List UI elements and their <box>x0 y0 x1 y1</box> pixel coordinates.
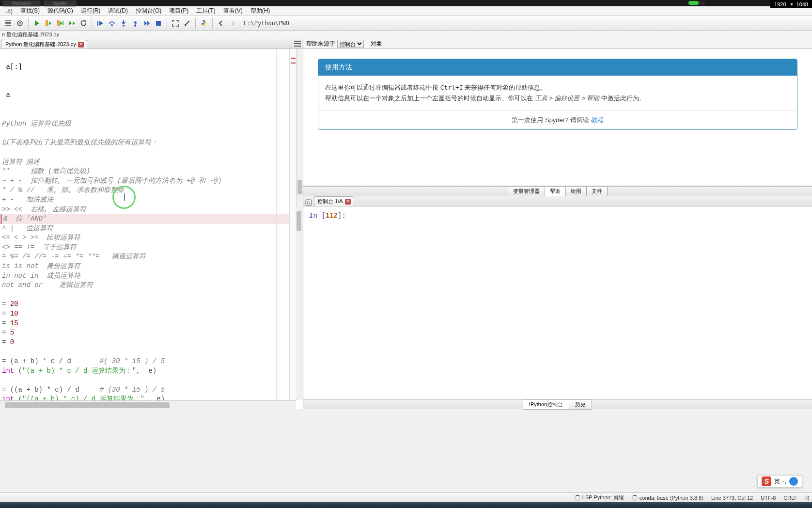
forward-icon[interactable] <box>227 18 238 29</box>
help-body: 使用方法 在这里你可以通过在编辑器或者终端中按 Ctrl+I 来获得任何对象的帮… <box>303 49 812 186</box>
continue-icon[interactable] <box>141 18 152 29</box>
editor-tab-label: Python 量化编程基础-2023.py <box>5 41 76 48</box>
svg-rect-3 <box>57 20 60 26</box>
menu-help[interactable]: 帮助(H) <box>247 7 274 15</box>
main-toolbar: E:\Python\PWD <box>0 16 812 31</box>
menu-fragment: .8) <box>2 8 16 15</box>
step-into-icon[interactable] <box>118 18 129 29</box>
menu-debug[interactable]: 调试(D) <box>104 7 132 15</box>
blurred-titlebar-item: PyCharm <box>3 0 41 6</box>
run-cell-advance-icon[interactable] <box>55 18 65 29</box>
tab-plot[interactable]: 绘图 <box>565 186 587 196</box>
svg-point-8 <box>134 25 136 27</box>
console-vertical-scrollbar[interactable] <box>296 206 302 399</box>
status-position: Line 3773, Col 12 <box>711 495 753 501</box>
menu-console[interactable]: 控制台(O) <box>132 7 165 15</box>
console-bottom-tabs: IPython控制台 历史 <box>303 399 812 409</box>
ime-punct: ·, <box>783 478 786 485</box>
help-source-label: 帮助来源于 <box>306 40 335 48</box>
menu-run[interactable]: 运行(R) <box>77 7 105 15</box>
menu-view[interactable]: 查看(V) <box>219 7 247 15</box>
tab-variables[interactable]: 变量管理器 <box>508 186 545 196</box>
editor-tabs-bar: Python 量化编程基础-2023.py ✕ <box>0 39 303 49</box>
status-bar: LSP Python: 就绪 conda: base (Python 3.8.8… <box>0 492 812 502</box>
status-eol: CRLF <box>783 495 797 501</box>
menu-tools[interactable]: 工具(T) <box>192 7 219 15</box>
console-tabs-bar: 控制台 1/A ✕ <box>303 196 812 206</box>
editor-breadcrumb: n 量化编程基础-2023.py <box>0 31 812 39</box>
tutorial-link[interactable]: 教程 <box>591 116 604 124</box>
blurred-titlebar-item: Spyder <box>44 0 77 6</box>
windows-taskbar[interactable] <box>0 502 812 508</box>
menu-project[interactable]: 项目(P) <box>165 7 192 15</box>
help-box-title: 使用方法 <box>318 59 797 76</box>
status-conda[interactable]: conda: base (Python 3.8.8) <box>632 495 703 501</box>
ime-lang: 英 <box>774 477 780 486</box>
tab-help[interactable]: 帮助 <box>545 186 566 196</box>
editor-tab-active[interactable]: Python 量化编程基础-2023.py ✕ <box>1 40 87 48</box>
console-icon <box>305 199 312 206</box>
stop-icon[interactable] <box>153 18 164 29</box>
editor-horizontal-scrollbar[interactable] <box>0 400 296 409</box>
code-editor[interactable]: a[:] a Python 运算符优先级 以下表格列出了从最高到最低优先级的所有… <box>0 49 303 409</box>
help-source-dropdown[interactable]: 控制台 <box>337 40 364 48</box>
help-bottom-tabs: 变量管理器 帮助 绘图 文件 <box>303 186 812 196</box>
help-footer: 第一次使用 Spyder? 请阅读 教程 <box>318 111 797 129</box>
menu-source[interactable]: 源代码(C) <box>44 7 77 15</box>
tab-file[interactable]: 文件 <box>586 186 608 196</box>
spinner-icon <box>632 495 638 501</box>
svg-rect-4 <box>62 21 63 25</box>
close-icon[interactable]: ✕ <box>345 199 351 205</box>
recording-progress <box>688 1 705 5</box>
settings-icon[interactable] <box>182 18 192 29</box>
svg-point-7 <box>123 25 125 27</box>
debug-start-icon[interactable] <box>95 18 106 29</box>
tab-ipython[interactable]: IPython控制台 <box>523 399 569 410</box>
editor-marker-margin <box>289 49 296 400</box>
ime-indicator[interactable]: S 英 ·, <box>757 475 802 488</box>
svg-point-0 <box>17 21 22 26</box>
run-cell-icon[interactable] <box>43 18 54 29</box>
svg-rect-10 <box>306 200 312 206</box>
console-tab-active[interactable]: 控制台 1/A ✕ <box>314 196 354 206</box>
svg-rect-5 <box>97 21 98 26</box>
python-icon[interactable] <box>199 18 209 29</box>
working-dir-path: E:\Python\PWD <box>244 20 289 27</box>
svg-point-1 <box>19 22 21 24</box>
spinner-icon <box>575 495 580 501</box>
list-icon[interactable] <box>3 18 14 29</box>
tab-history[interactable]: 历史 <box>569 399 592 410</box>
editor-panel: Python 量化编程基础-2023.py ✕ a[:] a Python 运算… <box>0 39 303 409</box>
step-over-icon[interactable] <box>107 18 117 29</box>
hamburger-icon[interactable] <box>294 41 301 47</box>
status-encoding: UTF-8 <box>761 495 776 501</box>
run-selection-icon[interactable] <box>66 18 77 29</box>
status-rw: R <box>805 495 809 501</box>
sogou-icon: S <box>762 476 771 486</box>
refresh-icon[interactable] <box>78 18 89 29</box>
run-icon[interactable] <box>31 18 42 29</box>
system-top-bar: PyCharm Spyder 1920 ⚭ 1048 <box>0 0 812 6</box>
ipython-console[interactable]: In [112]: <box>303 206 812 399</box>
link-icon: ⚭ <box>787 0 795 8</box>
right-panel: 帮助来源于 控制台 对象 使用方法 在这里你可以通过在编辑器或者终端中按 Ctr… <box>303 39 812 409</box>
help-header-bar: 帮助来源于 控制台 对象 <box>303 39 812 49</box>
smiley-icon <box>789 477 798 486</box>
menu-search[interactable]: 查找(S) <box>16 7 44 15</box>
svg-point-6 <box>111 24 113 26</box>
object-label: 对象 <box>371 40 382 48</box>
step-out-icon[interactable] <box>130 18 141 29</box>
fullscreen-icon[interactable] <box>170 18 181 29</box>
help-box-content: 在这里你可以通过在编辑器或者终端中按 Ctrl+I 来获得任何对象的帮助信息。 … <box>318 76 797 111</box>
back-icon[interactable] <box>216 18 226 29</box>
console-tab-label: 控制台 1/A <box>317 198 343 205</box>
close-icon[interactable]: ✕ <box>78 42 84 48</box>
resolution-badge: 1920 ⚭ 1048 <box>770 0 812 8</box>
column-guide <box>276 49 277 400</box>
at-icon[interactable] <box>15 18 25 29</box>
svg-rect-9 <box>156 21 161 26</box>
help-usage-box: 使用方法 在这里你可以通过在编辑器或者终端中按 Ctrl+I 来获得任何对象的帮… <box>318 59 797 130</box>
menubar: .8) 查找(S) 源代码(C) 运行(R) 调试(D) 控制台(O) 项目(P… <box>0 6 812 16</box>
svg-rect-2 <box>46 20 48 26</box>
status-lsp: LSP Python: 就绪 <box>575 494 624 501</box>
